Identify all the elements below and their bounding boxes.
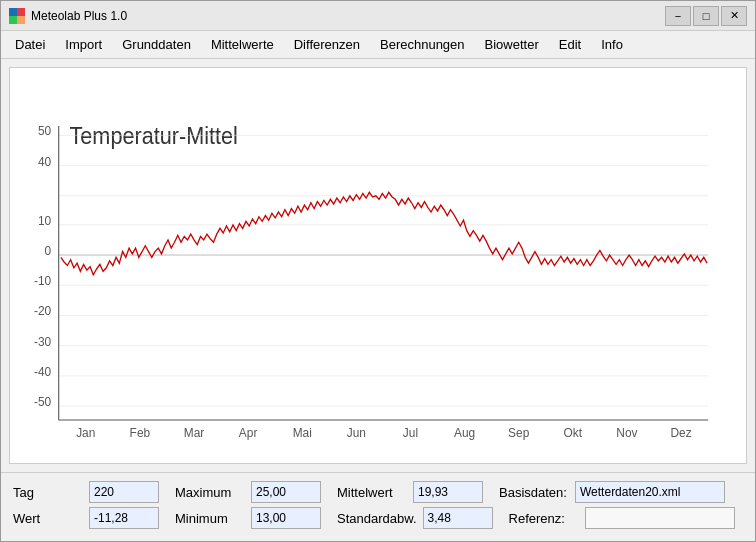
referenz-input[interactable] — [585, 507, 735, 529]
titlebar-left: Meteolab Plus 1.0 — [9, 8, 127, 24]
mittelwert-group: Mittelwert — [337, 481, 483, 503]
svg-text:Dez: Dez — [670, 426, 691, 440]
svg-rect-0 — [9, 8, 17, 16]
chart-area: Temperatur-Mittel 50 40 10 0 -10 -20 -30… — [9, 67, 747, 464]
chart-svg: Temperatur-Mittel 50 40 10 0 -10 -20 -30… — [10, 68, 746, 463]
svg-text:Aug: Aug — [454, 426, 475, 440]
tag-label: Tag — [13, 485, 83, 500]
svg-rect-2 — [9, 16, 17, 24]
maximize-button[interactable]: □ — [693, 6, 719, 26]
referenz-group: Referenz: — [509, 507, 735, 529]
svg-text:Jun: Jun — [347, 426, 366, 440]
svg-text:-20: -20 — [34, 304, 51, 318]
svg-text:Mar: Mar — [184, 426, 205, 440]
svg-text:Apr: Apr — [239, 426, 258, 440]
maximum-input[interactable] — [251, 481, 321, 503]
wert-label: Wert — [13, 511, 83, 526]
menu-edit[interactable]: Edit — [549, 33, 591, 56]
close-button[interactable]: ✕ — [721, 6, 747, 26]
svg-text:Nov: Nov — [616, 426, 638, 440]
menubar: Datei Import Grunddaten Mittelwerte Diff… — [1, 31, 755, 59]
wert-group: Wert — [13, 507, 159, 529]
menu-biowetter[interactable]: Biowetter — [475, 33, 549, 56]
fields-row-1: Tag Maximum Mittelwert Basisdaten: — [13, 481, 743, 503]
svg-text:Okt: Okt — [564, 426, 583, 440]
svg-text:Feb: Feb — [130, 426, 151, 440]
svg-text:-40: -40 — [34, 364, 51, 378]
tag-input[interactable] — [89, 481, 159, 503]
mittelwert-input[interactable] — [413, 481, 483, 503]
maximum-group: Maximum — [175, 481, 321, 503]
menu-datei[interactable]: Datei — [5, 33, 55, 56]
menu-info[interactable]: Info — [591, 33, 633, 56]
svg-text:0: 0 — [45, 244, 52, 258]
menu-mittelwerte[interactable]: Mittelwerte — [201, 33, 284, 56]
titlebar-controls: − □ ✕ — [665, 6, 747, 26]
app-icon — [9, 8, 25, 24]
svg-rect-3 — [17, 16, 25, 24]
wert-input[interactable] — [89, 507, 159, 529]
main-window: Meteolab Plus 1.0 − □ ✕ Datei Import Gru… — [0, 0, 756, 542]
mittelwert-label: Mittelwert — [337, 485, 407, 500]
basisdaten-group: Basisdaten: — [499, 481, 725, 503]
menu-import[interactable]: Import — [55, 33, 112, 56]
minimum-input[interactable] — [251, 507, 321, 529]
menu-grunddaten[interactable]: Grunddaten — [112, 33, 201, 56]
svg-text:10: 10 — [38, 213, 51, 227]
standardabw-input[interactable] — [423, 507, 493, 529]
basisdaten-input[interactable] — [575, 481, 725, 503]
menu-berechnungen[interactable]: Berechnungen — [370, 33, 475, 56]
bottom-panel: Tag Maximum Mittelwert Basisdaten: Wer — [1, 472, 755, 541]
standardabw-label: Standardabw. — [337, 511, 417, 526]
standardabw-group: Standardabw. — [337, 507, 493, 529]
fields-row-2: Wert Minimum Standardabw. Referenz: — [13, 507, 743, 529]
svg-text:Jan: Jan — [76, 426, 95, 440]
svg-text:-30: -30 — [34, 334, 51, 348]
maximum-label: Maximum — [175, 485, 245, 500]
chart-title: Temperatur-Mittel — [70, 123, 238, 149]
svg-text:Sep: Sep — [508, 426, 529, 440]
minimum-group: Minimum — [175, 507, 321, 529]
svg-text:-50: -50 — [34, 395, 51, 409]
tag-group: Tag — [13, 481, 159, 503]
svg-text:50: 50 — [38, 124, 51, 138]
titlebar: Meteolab Plus 1.0 − □ ✕ — [1, 1, 755, 31]
svg-text:40: 40 — [38, 154, 51, 168]
svg-rect-1 — [17, 8, 25, 16]
window-title: Meteolab Plus 1.0 — [31, 9, 127, 23]
basisdaten-label: Basisdaten: — [499, 485, 569, 500]
minimize-button[interactable]: − — [665, 6, 691, 26]
referenz-label: Referenz: — [509, 511, 579, 526]
menu-differenzen[interactable]: Differenzen — [284, 33, 370, 56]
svg-text:Jul: Jul — [403, 426, 418, 440]
svg-text:Mai: Mai — [293, 426, 312, 440]
minimum-label: Minimum — [175, 511, 245, 526]
svg-text:-10: -10 — [34, 274, 51, 288]
